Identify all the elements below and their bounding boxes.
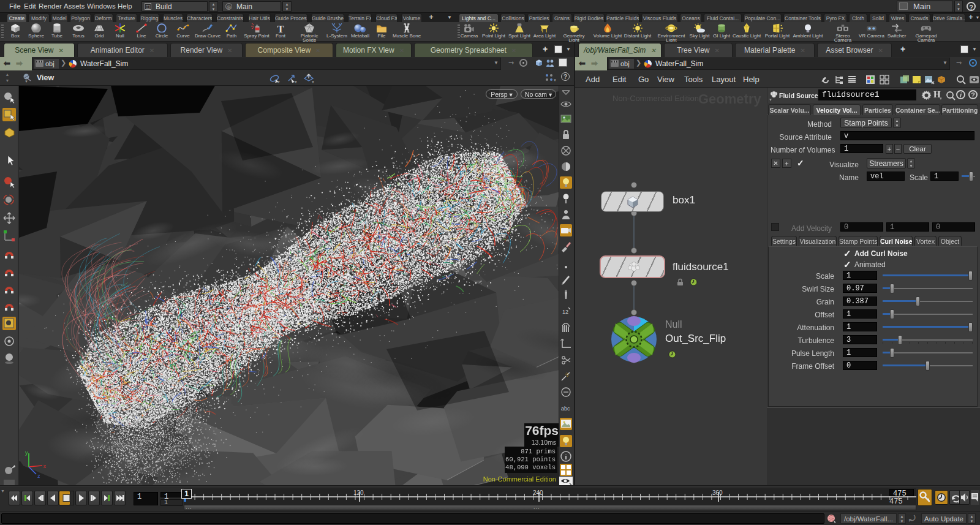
svg-text:240: 240: [533, 489, 543, 496]
svg-text:abc: abc: [561, 406, 570, 412]
svg-text:T: T: [277, 23, 284, 32]
svg-text:12: 12: [562, 309, 568, 315]
svg-text:120: 120: [353, 489, 364, 496]
svg-text:360: 360: [712, 489, 723, 496]
